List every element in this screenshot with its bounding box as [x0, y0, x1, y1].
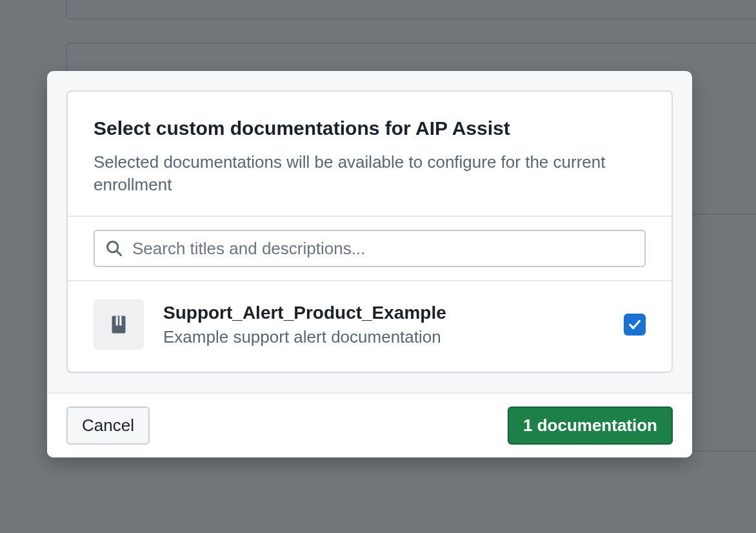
cancel-button[interactable]: Cancel — [66, 407, 150, 445]
documentation-item-texts: Support_Alert_Product_Example Example su… — [163, 303, 604, 347]
dialog-title: Select custom documentations for AIP Ass… — [94, 117, 646, 139]
dialog-header: Select custom documentations for AIP Ass… — [68, 92, 671, 217]
dialog-footer: Cancel 1 documentation — [47, 392, 692, 458]
documentation-item-checkbox[interactable] — [624, 314, 646, 336]
svg-rect-3 — [116, 316, 118, 326]
svg-line-1 — [117, 251, 121, 256]
search-box[interactable] — [94, 230, 646, 267]
document-icon — [94, 299, 144, 350]
search-input[interactable] — [132, 239, 634, 259]
svg-rect-2 — [112, 316, 126, 334]
svg-rect-4 — [119, 316, 121, 326]
documentation-item-description: Example support alert documentation — [163, 327, 604, 347]
documentation-item[interactable]: Support_Alert_Product_Example Example su… — [68, 281, 671, 372]
check-icon — [628, 317, 642, 332]
search-section — [68, 217, 671, 281]
dialog-content: Select custom documentations for AIP Ass… — [66, 90, 673, 373]
select-documentations-dialog: Select custom documentations for AIP Ass… — [47, 71, 692, 458]
dialog-subtitle: Selected documentations will be availabl… — [94, 151, 646, 196]
search-icon — [105, 239, 123, 257]
documentation-item-title: Support_Alert_Product_Example — [163, 303, 604, 323]
submit-button[interactable]: 1 documentation — [508, 407, 673, 445]
